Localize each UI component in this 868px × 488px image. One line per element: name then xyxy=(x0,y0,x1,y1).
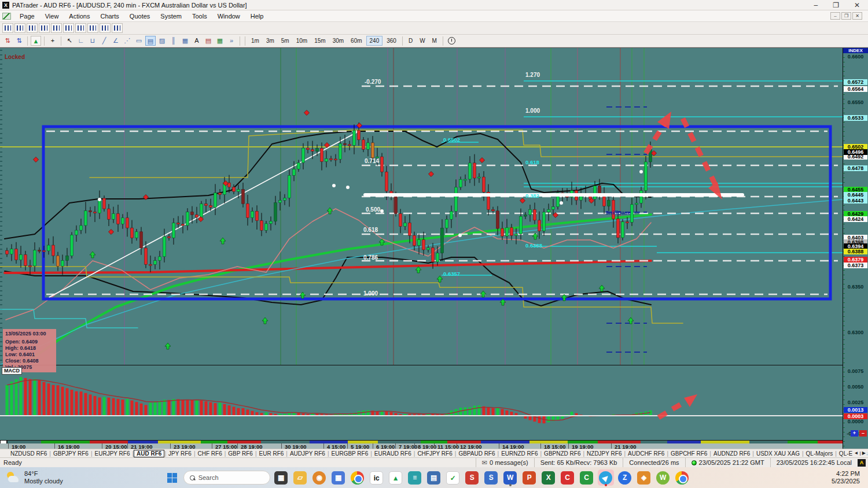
draw-tool-1-icon[interactable]: ∟ xyxy=(76,36,86,46)
minimize-button[interactable]: – xyxy=(814,1,818,10)
weather-widget[interactable]: 84°F Mostly cloudy xyxy=(0,470,110,485)
scale-zoom-out-button[interactable]: – xyxy=(859,430,867,437)
tab-audjpy-rf6[interactable]: AUDJPY RF6 xyxy=(288,450,328,457)
timeframe-240-button[interactable]: 240 xyxy=(366,36,383,46)
tab-usdx-xau-xag[interactable]: USDX XAU XAG xyxy=(754,450,802,457)
ohlc-chart-icon[interactable] xyxy=(51,23,62,33)
draw-tool-7-icon[interactable]: ▤ xyxy=(145,36,156,46)
menu-quotes[interactable]: Quotes xyxy=(124,12,155,21)
timeframe-15m-button[interactable]: 15m xyxy=(311,36,328,45)
more-tools-chevron-icon[interactable]: » xyxy=(226,36,237,46)
tab-gbpnzd-rf6[interactable]: GBPNZD RF6 xyxy=(542,450,583,457)
capture-icon[interactable]: C xyxy=(579,469,595,486)
menu-view[interactable]: View xyxy=(40,12,64,21)
close-button[interactable]: ✕ xyxy=(854,1,860,10)
timeframe-360-button[interactable]: 360 xyxy=(384,36,399,45)
tab-eurgbp-rf6[interactable]: EURGBP RF6 xyxy=(329,450,371,457)
draw-tool-4-icon[interactable]: ∠ xyxy=(111,36,121,46)
chart-window-icon[interactable]: ▲ xyxy=(31,36,41,46)
word-icon[interactable]: W xyxy=(502,469,518,486)
mdi-minimize-button[interactable]: – xyxy=(830,12,840,20)
draw-tool-11-icon[interactable]: A xyxy=(192,36,202,46)
draw-tool-9-icon[interactable]: ║ xyxy=(168,36,179,46)
menu-actions[interactable]: Actions xyxy=(64,12,95,21)
menu-help[interactable]: Help xyxy=(245,12,269,21)
draw-tool-2-icon[interactable]: ⊔ xyxy=(87,36,98,46)
candle-chart-icon[interactable] xyxy=(27,23,38,33)
clock-icon[interactable] xyxy=(448,37,455,45)
tab-gbpaud-rf6[interactable]: GBPAUD RF6 xyxy=(456,450,497,457)
tab-chfjpy-rf6[interactable]: CHFJPY RF6 xyxy=(415,450,454,457)
file-explorer-icon[interactable]: ▱ xyxy=(292,469,308,486)
draw-tool-13-icon[interactable]: ▦ xyxy=(215,36,225,46)
taskbar-clock[interactable]: 4:22 PM 5/23/2025 xyxy=(804,470,868,485)
timeframe-1m-button[interactable]: 1m xyxy=(248,36,262,45)
tab-chf-rf6[interactable]: CHF RF6 xyxy=(195,450,224,457)
tab-eur-rf6[interactable]: EUR RF6 xyxy=(257,450,286,457)
powerpoint-icon[interactable]: P xyxy=(521,469,538,486)
menu-window[interactable]: Window xyxy=(212,12,245,21)
tab-eurjpy-rf6[interactable]: EURJPY RF6 xyxy=(93,450,133,457)
timeframe-3m-button[interactable]: 3m xyxy=(263,36,277,45)
timeframe-30m-button[interactable]: 30m xyxy=(330,36,347,45)
ic-markets-icon[interactable]: ic xyxy=(369,469,385,486)
tab-audchf-rf6[interactable]: AUDCHF RF6 xyxy=(626,450,667,457)
trend-chart-icon[interactable] xyxy=(75,23,86,33)
menu-system[interactable]: System xyxy=(155,12,187,21)
chart-app-icon[interactable]: ▲ xyxy=(388,469,404,486)
tab-aud-rf6[interactable]: AUD RF6 xyxy=(134,450,164,457)
s-blue-icon[interactable]: S xyxy=(483,469,499,486)
volume-chart-icon[interactable] xyxy=(100,23,111,33)
tab-eurnzd-rf6[interactable]: EURNZD RF6 xyxy=(499,450,540,457)
draw-tool-12-icon[interactable]: ▤ xyxy=(203,36,214,46)
camtasia-icon[interactable]: C xyxy=(560,469,576,486)
main-price-chart[interactable]: -0.2701.2701.0000.7140.5000.6180.7861.00… xyxy=(0,48,843,365)
s-red-icon[interactable]: S xyxy=(464,469,480,486)
photo-viewer-icon[interactable]: ▤ xyxy=(426,469,442,486)
tab-nzdjpy-rf6[interactable]: NZDJPY RF6 xyxy=(584,450,624,457)
draw-tool-6-icon[interactable]: ▭ xyxy=(134,36,144,46)
zoom-icon[interactable]: Z xyxy=(617,469,633,486)
trend-chart-2-icon[interactable] xyxy=(87,23,98,33)
draw-tool-3-icon[interactable]: ╱ xyxy=(99,36,109,46)
tab-scroll-arrows[interactable]: ◄ | ▶ xyxy=(852,449,867,457)
tab-ql-majors[interactable]: QL-Majors xyxy=(804,450,836,457)
timeframe-5m-button[interactable]: 5m xyxy=(278,36,292,45)
timeframe-60m-button[interactable]: 60m xyxy=(348,36,365,45)
telegram-icon[interactable]: ▶ xyxy=(598,469,614,486)
sort-icon-2[interactable]: ⇅ xyxy=(14,36,24,46)
v-check-icon[interactable]: ✓ xyxy=(445,469,461,486)
maximize-button[interactable]: ❐ xyxy=(833,1,839,10)
tab-gbp-rf6[interactable]: GBP RF6 xyxy=(226,450,255,457)
draw-tool-5-icon[interactable]: ⋰ xyxy=(122,36,133,46)
tab-euraud-rf6[interactable]: EURAUD RF6 xyxy=(372,450,414,457)
menu-page[interactable]: Page xyxy=(14,12,40,21)
chrome-icon[interactable] xyxy=(350,469,366,486)
tab-gbpchf-rf6[interactable]: GBPCHF RF6 xyxy=(668,450,709,457)
w-green-icon[interactable]: W xyxy=(655,469,671,486)
scatter-chart-icon[interactable] xyxy=(63,23,74,33)
menu-tools[interactable]: Tools xyxy=(187,12,212,21)
mdi-restore-button[interactable]: ❐ xyxy=(841,12,851,20)
bar-chart-2-icon[interactable] xyxy=(14,23,25,33)
timeframe-10m-button[interactable]: 10m xyxy=(293,36,310,45)
mail-icon[interactable]: ◉ xyxy=(311,469,328,486)
period-w-button[interactable]: W xyxy=(417,36,428,45)
cursor-tool-icon[interactable]: ↖ xyxy=(64,36,75,46)
calculator-icon[interactable]: ▦ xyxy=(330,469,347,486)
bar-chart-icon[interactable] xyxy=(2,23,13,33)
tab-audnzd-rf6[interactable]: AUDNZD RF6 xyxy=(711,450,752,457)
search-box[interactable]: Search xyxy=(183,471,270,485)
scale-zoom-in-button[interactable]: + xyxy=(851,430,858,437)
tab-jpy-rf6[interactable]: JPY RF6 xyxy=(166,450,194,457)
sort-icon-1[interactable]: ⇅ xyxy=(2,36,13,46)
browser-icon[interactable] xyxy=(674,469,690,486)
indicator-list-icon[interactable] xyxy=(112,23,123,33)
draw-tool-8-icon[interactable]: ▨ xyxy=(157,36,167,46)
period-d-button[interactable]: D xyxy=(406,36,415,45)
draw-tool-10-icon[interactable]: ▦ xyxy=(180,36,190,46)
period-m-button[interactable]: M xyxy=(429,36,440,45)
menu-charts[interactable]: Charts xyxy=(95,12,124,21)
notes-icon[interactable]: ≡ xyxy=(407,469,423,486)
line-chart-icon[interactable] xyxy=(39,23,50,33)
